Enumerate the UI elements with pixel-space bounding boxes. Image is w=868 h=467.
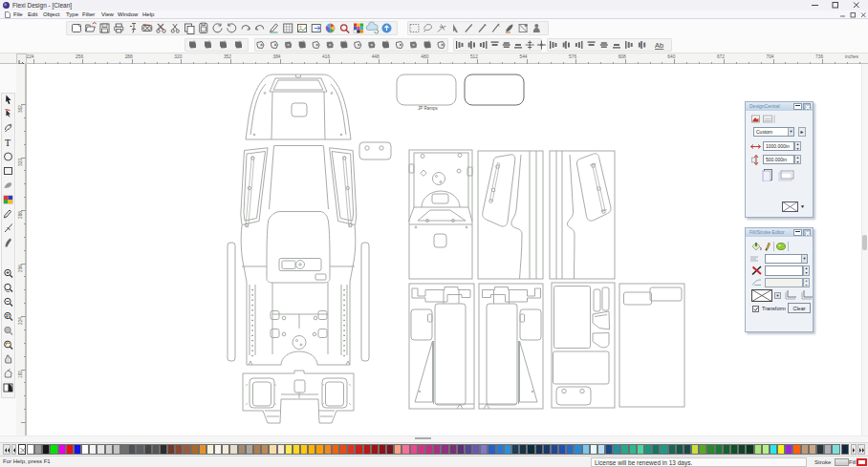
svg-text:T: T bbox=[5, 138, 11, 148]
svg-text:JP Ramps: JP Ramps bbox=[418, 106, 438, 111]
svg-text:Ab: Ab bbox=[655, 41, 663, 50]
